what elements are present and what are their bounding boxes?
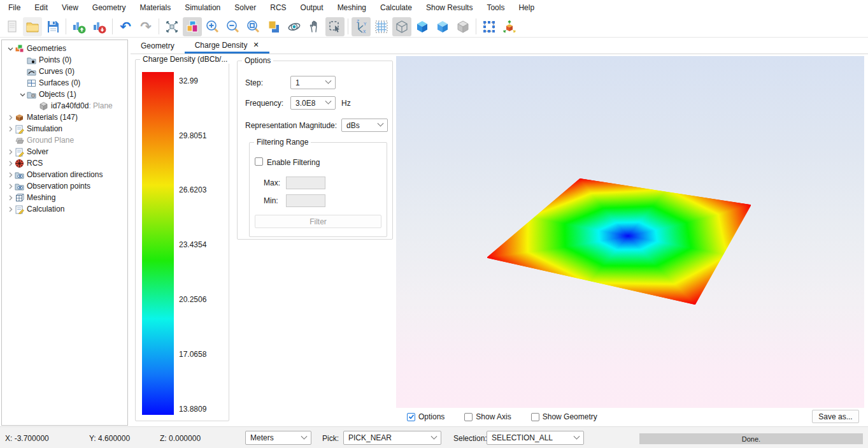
zoom-out-button[interactable] bbox=[224, 17, 243, 36]
tab-charge-density[interactable]: Charge Density ✕ bbox=[185, 38, 269, 54]
menu-solver[interactable]: Solver bbox=[227, 0, 263, 16]
max-input[interactable] bbox=[286, 177, 325, 189]
tree-item-geometries[interactable]: Geometries bbox=[2, 43, 127, 54]
shaded-view-button[interactable] bbox=[433, 17, 452, 36]
tree-item-simulation[interactable]: Simulation bbox=[2, 123, 127, 134]
wireframe-view-button[interactable] bbox=[392, 17, 411, 36]
chevron-right-icon[interactable] bbox=[6, 115, 15, 120]
show-axis-checkbox-group[interactable]: Show Axis bbox=[461, 412, 511, 421]
svg-text:Z: Z bbox=[357, 19, 359, 24]
zoom-in-icon bbox=[205, 19, 220, 34]
frequency-label: Frequency: bbox=[245, 99, 283, 108]
select-button[interactable] bbox=[325, 17, 345, 36]
chevron-right-icon[interactable] bbox=[6, 206, 15, 212]
enable-filtering-checkbox[interactable] bbox=[255, 157, 263, 166]
chevron-right-icon[interactable] bbox=[6, 149, 15, 155]
menu-rcs[interactable]: RCS bbox=[263, 0, 293, 16]
tree-item-objects[interactable]: Objects (1) bbox=[2, 89, 127, 100]
tree-item-rcs[interactable]: RCS bbox=[2, 157, 127, 169]
grid-button[interactable] bbox=[372, 17, 391, 36]
tree-item-ground-plane[interactable]: Ground Plane bbox=[2, 134, 127, 146]
tree-item-meshing[interactable]: Meshing bbox=[2, 192, 127, 203]
chevron-right-icon[interactable] bbox=[6, 126, 15, 132]
charge-density-plane[interactable] bbox=[396, 56, 864, 408]
rcs-icon bbox=[15, 159, 24, 168]
magnitude-select[interactable]: dBs bbox=[341, 119, 388, 132]
save-button[interactable] bbox=[43, 17, 62, 36]
pick-select[interactable]: PICK_NEAR bbox=[343, 431, 441, 445]
axes-triad-button[interactable]: ZYX bbox=[352, 17, 371, 36]
toolbar-separator bbox=[66, 18, 66, 34]
show-axis-checkbox[interactable] bbox=[464, 413, 473, 421]
colorbar-title: Charge Density (dBCb/... bbox=[140, 55, 230, 64]
menu-materials[interactable]: Materials bbox=[133, 0, 178, 16]
tree-item-curves[interactable]: Curves (0) bbox=[2, 66, 127, 77]
menu-view[interactable]: View bbox=[55, 0, 85, 16]
chevron-down-icon bbox=[574, 433, 580, 439]
open-project-button[interactable] bbox=[23, 17, 42, 36]
menu-geometry[interactable]: Geometry bbox=[85, 0, 133, 16]
zoom-window-button[interactable] bbox=[244, 17, 263, 36]
menu-tools[interactable]: Tools bbox=[480, 0, 511, 16]
zoom-in-button[interactable] bbox=[203, 17, 222, 36]
tree-item-solver[interactable]: Solver bbox=[2, 146, 127, 157]
chevron-down-icon bbox=[325, 98, 332, 105]
chevron-right-icon[interactable] bbox=[6, 161, 15, 166]
chevron-right-icon[interactable] bbox=[6, 184, 15, 189]
menu-edit[interactable]: Edit bbox=[27, 0, 55, 16]
menu-meshing[interactable]: Meshing bbox=[331, 0, 373, 16]
close-tab-icon[interactable]: ✕ bbox=[253, 41, 259, 49]
show-geometry-checkbox[interactable] bbox=[531, 413, 539, 421]
menu-calculate[interactable]: Calculate bbox=[373, 0, 419, 16]
cube-object-icon bbox=[39, 101, 48, 111]
toolbar: ↶ ↷ ZYX bbox=[0, 16, 868, 38]
tree-item-materials[interactable]: Materials (147) bbox=[2, 112, 127, 123]
open-folder-icon bbox=[25, 19, 40, 34]
menu-output[interactable]: Output bbox=[294, 0, 331, 16]
orientation-cube-button[interactable] bbox=[500, 17, 519, 36]
tab-geometry[interactable]: Geometry bbox=[131, 38, 185, 54]
selection-select[interactable]: SELECTION_ALL bbox=[487, 431, 584, 445]
orbit-button[interactable] bbox=[285, 17, 304, 36]
tree-item-points[interactable]: Points (0) bbox=[2, 54, 127, 66]
save-as-button[interactable]: Save as... bbox=[812, 410, 859, 423]
min-input[interactable] bbox=[286, 194, 325, 207]
tree-item-surfaces[interactable]: Surfaces (0) bbox=[2, 77, 127, 89]
options-checkbox[interactable] bbox=[407, 413, 415, 421]
bring-to-front-button[interactable] bbox=[264, 17, 283, 36]
hidden-line-view-button[interactable] bbox=[453, 17, 473, 36]
coord-x: X: -3.700000 bbox=[5, 434, 49, 443]
tree-item-calculation[interactable]: Calculation bbox=[2, 203, 127, 215]
menu-simulation[interactable]: Simulation bbox=[178, 0, 227, 16]
render-viewport[interactable] bbox=[396, 56, 864, 408]
coord-y: Y: 4.600000 bbox=[89, 434, 130, 443]
menu-help[interactable]: Help bbox=[511, 0, 541, 16]
tree-item-plane-object[interactable]: id7a40fd0d : Plane bbox=[2, 100, 127, 112]
menu-file[interactable]: File bbox=[1, 0, 27, 16]
filter-button[interactable]: Filter bbox=[255, 215, 381, 228]
fit-view-button[interactable] bbox=[162, 17, 181, 36]
import-results-button[interactable] bbox=[69, 17, 89, 36]
undo-button[interactable]: ↶ bbox=[116, 17, 135, 36]
tree-item-observation-points[interactable]: Observation points bbox=[2, 180, 127, 192]
chevron-right-icon[interactable] bbox=[6, 172, 15, 178]
options-checkbox-group[interactable]: Options bbox=[404, 412, 445, 421]
show-geometry-checkbox-group[interactable]: Show Geometry bbox=[528, 412, 597, 421]
axes-triad-icon: ZYX bbox=[353, 19, 369, 34]
chevron-down-icon[interactable] bbox=[18, 92, 27, 98]
selection-box-button[interactable] bbox=[480, 17, 499, 36]
bring-to-front-icon bbox=[266, 19, 281, 34]
view-cubes-button[interactable] bbox=[183, 17, 202, 36]
chevron-right-icon[interactable] bbox=[6, 195, 15, 201]
solid-view-button[interactable] bbox=[413, 17, 432, 36]
new-document-button[interactable] bbox=[3, 17, 22, 36]
export-results-button[interactable] bbox=[90, 17, 109, 36]
pan-button[interactable] bbox=[305, 17, 324, 36]
frequency-select[interactable]: 3.0E8 bbox=[290, 96, 336, 110]
step-select[interactable]: 1 bbox=[290, 76, 336, 89]
redo-button[interactable]: ↷ bbox=[136, 17, 155, 36]
tree-item-observation-directions[interactable]: Observation directions bbox=[2, 169, 127, 180]
units-select[interactable]: Meters bbox=[245, 431, 311, 445]
menu-show-results[interactable]: Show Results bbox=[419, 0, 480, 16]
chevron-down-icon[interactable] bbox=[6, 46, 15, 52]
